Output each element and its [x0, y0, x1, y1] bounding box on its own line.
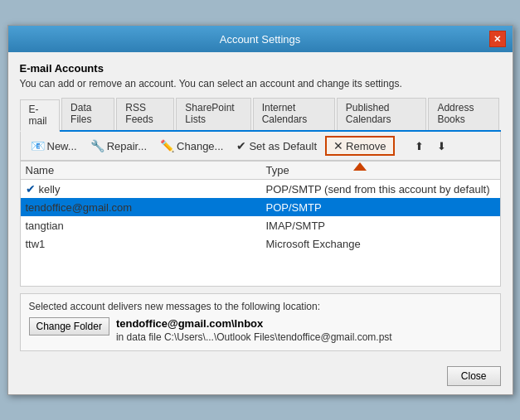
repair-icon: 🔧: [90, 139, 104, 152]
set-default-button[interactable]: ✔ Set as Default: [231, 138, 322, 154]
up-arrow-icon: ⬆: [415, 140, 424, 152]
default-check-icon: ✔: [26, 182, 36, 196]
delivers-label: Selected account delivers new messages t…: [29, 301, 492, 312]
table-row[interactable]: tangtian IMAP/SMTP: [21, 216, 500, 234]
folder-name: tendoffice@gmail.com\Inbox: [116, 317, 392, 330]
table-row[interactable]: ttw1 Microsoft Exchange: [21, 234, 500, 253]
checkmark-icon: ✔: [236, 139, 246, 152]
table-row-empty: [21, 253, 500, 286]
account-name: ttw1: [26, 238, 46, 250]
remove-button[interactable]: ✕ Remove: [325, 136, 394, 156]
account-name: tendoffice@gmail.com: [26, 201, 133, 214]
tab-bar: E-mail Data Files RSS Feeds SharePoint L…: [20, 98, 501, 132]
tab-address-books[interactable]: Address Books: [428, 98, 498, 130]
account-settings-window: Account Settings ✕ E-mail Accounts You c…: [7, 25, 513, 395]
tab-rss-feeds[interactable]: RSS Feeds: [116, 98, 174, 130]
account-name: tangtian: [26, 220, 64, 232]
account-toolbar: 📧 New... 🔧 Repair... ✏️ Change... ✔ Set …: [20, 132, 501, 161]
change-button[interactable]: ✏️ Change...: [155, 138, 228, 154]
section-header: E-mail Accounts: [20, 62, 501, 75]
footer: Close: [8, 360, 513, 394]
main-content: E-mail Accounts You can add or remove an…: [8, 52, 513, 360]
delivery-info-section: Selected account delivers new messages t…: [20, 293, 501, 351]
remove-arrow-container: ✕ Remove: [325, 136, 394, 156]
tab-email[interactable]: E-mail: [20, 99, 61, 132]
tab-internet-calendars[interactable]: Internet Calendars: [253, 98, 335, 130]
tab-sharepoint-lists[interactable]: SharePoint Lists: [176, 98, 250, 130]
account-name: kelly: [39, 183, 61, 196]
title-bar: Account Settings ✕: [8, 26, 513, 52]
account-type: POP/SMTP (send from this account by defa…: [266, 183, 495, 196]
move-up-button[interactable]: ⬆: [410, 138, 429, 154]
new-button[interactable]: 📧 New...: [26, 138, 82, 154]
table-row[interactable]: tendoffice@gmail.com POP/SMTP: [21, 198, 500, 216]
close-button[interactable]: Close: [447, 366, 501, 386]
new-icon: 📧: [31, 139, 45, 152]
table-header-row: Name Type: [21, 162, 500, 180]
tooltip-arrow: [353, 162, 367, 171]
tab-published-calendars[interactable]: Published Calendars: [337, 98, 427, 130]
repair-button[interactable]: 🔧 Repair...: [85, 138, 152, 154]
account-type: Microsoft Exchange: [266, 238, 495, 250]
remove-icon: ✕: [333, 139, 343, 152]
change-folder-button[interactable]: Change Folder: [29, 317, 109, 336]
window-close-button[interactable]: ✕: [489, 31, 506, 47]
account-type: POP/SMTP: [266, 201, 495, 214]
down-arrow-icon: ⬇: [437, 140, 446, 152]
window-title: Account Settings: [32, 33, 489, 46]
accounts-table: Name Type ✔ kelly POP/SMTP (send from th…: [20, 161, 501, 287]
tab-data-files[interactable]: Data Files: [61, 98, 114, 130]
col-header-name: Name: [26, 164, 266, 176]
folder-details: tendoffice@gmail.com\Inbox in data file …: [116, 317, 392, 343]
change-icon: ✏️: [160, 139, 174, 152]
col-header-type: Type: [266, 164, 495, 176]
move-down-button[interactable]: ⬇: [432, 138, 451, 154]
account-type: IMAP/SMTP: [266, 220, 495, 232]
section-description: You can add or remove an account. You ca…: [20, 78, 501, 89]
folder-path: in data file C:\Users\...\Outlook Files\…: [116, 331, 392, 343]
table-row[interactable]: ✔ kelly POP/SMTP (send from this account…: [21, 180, 500, 198]
folder-row: Change Folder tendoffice@gmail.com\Inbox…: [29, 317, 492, 343]
